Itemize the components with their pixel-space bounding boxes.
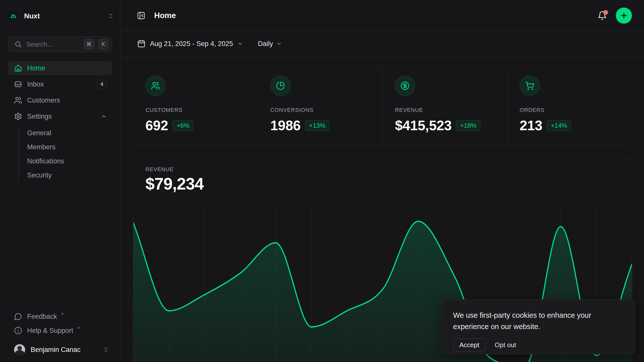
revenue-panel-value: $79,234 [145,174,204,193]
inbox-count-badge: 4 [97,80,107,88]
panel-collapse-button[interactable] [134,9,148,23]
sidebar-item-security[interactable]: Security [8,168,112,182]
chevrons-up-down-icon [108,13,114,19]
granularity-value: Daily [258,40,273,48]
workspace-selector[interactable]: Nuxt [8,9,114,23]
help-support-link[interactable]: Help & Support [8,324,112,338]
date-range-picker[interactable]: Aug 21, 2025 - Sep 4, 2025 [137,39,243,48]
sidebar-item-inbox[interactable]: Inbox 4 [8,77,112,91]
stat-value: 213 [520,117,542,133]
accept-button[interactable]: Accept [453,338,486,352]
info-circle-icon [14,327,22,335]
pie-chart-icon [270,76,291,96]
sidebar-item-label: Settings [27,113,95,120]
circle-dollar-icon [395,76,415,96]
external-link-icon [76,326,80,330]
stat-label: REVENUE [395,107,497,113]
sidebar-item-notifications[interactable]: Notifications [8,154,112,168]
settings-submenu: General Members Notifications Security [8,126,112,182]
stat-delta-badge: +18% [456,120,480,131]
users-icon [145,76,166,96]
chevron-down-icon [276,41,282,47]
stat-label: CUSTOMERS [145,107,248,113]
sidebar-item-label: Customers [27,97,107,104]
search-input[interactable]: Search... ⌘ K [8,36,112,52]
feedback-label: Feedback [27,313,57,321]
external-link-icon [60,312,64,316]
notifications-bell-button[interactable] [595,9,609,23]
filters-toolbar: Aug 21, 2025 - Sep 4, 2025 Daily [120,31,644,57]
opt-out-button[interactable]: Opt out [495,339,516,351]
sidebar-item-label: Home [27,64,107,72]
workspace-name: Nuxt [24,12,102,20]
feedback-link[interactable]: Feedback [8,309,112,324]
users-icon [14,96,22,104]
user-menu[interactable]: Benjamin Canac [8,341,112,358]
notification-dot [603,10,608,15]
sidebar-item-members[interactable]: Members [8,140,112,154]
stats-row: CUSTOMERS 692 +6% CONVERSIONS 1986 +13% … [133,69,632,145]
search-placeholder: Search... [26,40,79,48]
sidebar-item-home[interactable]: Home [8,61,112,75]
granularity-select[interactable]: Daily [258,40,282,48]
stat-label: ORDERS [520,107,622,113]
stat-card-revenue[interactable]: REVENUE $415,523 +18% [383,69,507,144]
home-icon [14,64,22,72]
date-range-value: Aug 21, 2025 - Sep 4, 2025 [150,40,233,48]
page-title: Home [154,11,595,20]
add-button[interactable] [616,8,632,24]
stat-card-conversions[interactable]: CONVERSIONS 1986 +13% [258,69,383,144]
sidebar-item-customers[interactable]: Customers [8,93,112,107]
stat-card-orders[interactable]: ORDERS 213 +14% [507,69,632,144]
gear-icon [14,112,22,120]
sidebar: Nuxt Search... ⌘ K Home Inbox 4 [0,0,120,362]
stat-delta-badge: +13% [305,120,330,131]
nuxt-logo-icon [8,11,19,21]
stat-delta-badge: +14% [547,120,571,131]
stat-card-customers[interactable]: CUSTOMERS 692 +6% [133,69,258,144]
stat-delta-badge: +6% [173,120,193,131]
sidebar-divider [0,337,120,338]
inbox-icon [14,80,22,88]
chevron-up-icon [100,113,107,120]
search-icon [14,40,22,48]
sidebar-footer: Feedback Help & Support Benjamin Canac [8,309,112,362]
sidebar-item-settings[interactable]: Settings [8,109,112,123]
message-circle-icon [14,312,22,321]
help-support-label: Help & Support [27,327,73,335]
stat-label: CONVERSIONS [270,107,373,113]
cookie-message: We use first-party cookies to enhance yo… [453,310,609,332]
page-header: Home [120,0,644,31]
avatar [14,344,25,355]
user-name: Benjamin Canac [31,346,97,354]
kbd-k: K [99,39,108,49]
revenue-panel-label: REVENUE [145,166,174,173]
cookie-banner: We use first-party cookies to enhance yo… [442,299,635,354]
stat-value: $415,523 [395,117,452,133]
stat-value: 1986 [270,117,301,133]
chevrons-up-down-icon [103,347,109,353]
chevron-down-icon [237,41,243,47]
sidebar-nav: Home Inbox 4 Customers Settings [8,61,112,182]
sidebar-item-label: Inbox [27,80,92,88]
shopping-cart-icon [520,76,540,96]
calendar-icon [137,39,146,48]
sidebar-item-general[interactable]: General [8,126,112,140]
submenu-guide-line [18,127,19,181]
kbd-cmd: ⌘ [84,39,94,49]
stat-value: 692 [145,117,168,133]
